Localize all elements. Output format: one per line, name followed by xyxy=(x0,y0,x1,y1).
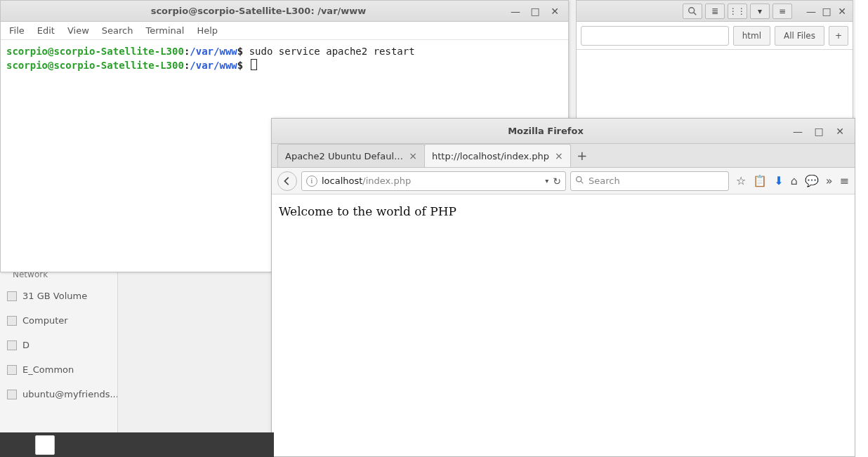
url-text: localhost/index.php xyxy=(322,175,541,186)
svg-line-3 xyxy=(581,181,583,183)
search-icon xyxy=(575,175,584,187)
window-maximize[interactable]: □ xyxy=(820,5,833,18)
arrow-left-icon xyxy=(282,176,292,186)
firefox-page-content: Welcome to the world of PHP xyxy=(272,194,855,228)
sidebar-item-label: 31 GB Volume xyxy=(22,291,87,301)
menu-file[interactable]: File xyxy=(9,25,25,36)
downloads-icon[interactable]: ⬇ xyxy=(774,174,783,187)
tab-label: http://localhost/index.php xyxy=(432,151,549,161)
sidebar-item-label: E_Common xyxy=(22,364,74,375)
menu-view[interactable]: View xyxy=(67,25,89,36)
svg-line-1 xyxy=(694,12,697,15)
firefox-navbar: i localhost/index.php ▾ ↻ Search ☆ 📋 ⬇ ⌂… xyxy=(272,168,855,194)
add-button[interactable]: + xyxy=(829,26,848,46)
window-close[interactable]: ✕ xyxy=(834,125,846,138)
bookmark-star-icon[interactable]: ☆ xyxy=(736,174,746,187)
firefox-toolbar-icons: ☆ 📋 ⬇ ⌂ 💬 » ≡ xyxy=(733,174,849,187)
new-tab-button[interactable]: + xyxy=(570,144,594,167)
prompt-path: /var/www xyxy=(190,46,237,57)
terminal-titlebar[interactable]: scorpio@scorpio-Satellite-L300: /var/www… xyxy=(1,1,568,22)
scroll-gutter xyxy=(855,0,868,457)
window-minimize[interactable]: — xyxy=(805,5,817,18)
prompt-path: /var/www xyxy=(190,60,237,71)
overflow-icon[interactable]: » xyxy=(826,174,833,187)
path-input[interactable] xyxy=(581,26,729,46)
url-bar[interactable]: i localhost/index.php ▾ ↻ xyxy=(301,171,566,191)
network-icon xyxy=(7,390,17,399)
sidebar-item-d[interactable]: D xyxy=(0,333,117,357)
firefox-titlebar[interactable]: Mozilla Firefox — □ ✕ xyxy=(272,119,855,144)
sidebar-item-volume[interactable]: 31 GB Volume xyxy=(0,284,117,308)
chevron-down-icon: ▾ xyxy=(758,6,762,16)
hamburger-icon[interactable]: ≡ xyxy=(840,174,849,187)
drive-icon xyxy=(7,365,17,375)
window-minimize[interactable]: — xyxy=(791,125,804,138)
prompt-user: scorpio@scorpio-Satellite-L300 xyxy=(6,60,184,71)
breadcrumb-html[interactable]: html xyxy=(733,26,770,46)
url-dropdown-icon[interactable]: ▾ xyxy=(545,177,548,185)
list-view-icon: ≣ xyxy=(711,6,718,16)
tab-close-icon[interactable]: × xyxy=(555,150,563,161)
home-icon[interactable]: ⌂ xyxy=(791,174,798,187)
file-manager-toolbar: html All Files + xyxy=(577,22,853,50)
sidebar-item-label: ubuntu@myfriends... xyxy=(22,389,117,399)
grid-view-button[interactable]: ⋮⋮ xyxy=(728,4,747,19)
hamburger-icon: ≡ xyxy=(779,6,786,16)
svg-point-2 xyxy=(577,176,581,181)
terminal-cursor xyxy=(251,59,257,70)
window-minimize[interactable]: — xyxy=(509,5,522,18)
search-placeholder: Search xyxy=(588,175,620,186)
sidebar-item-ecommon[interactable]: E_Common xyxy=(0,357,117,382)
plus-icon: + xyxy=(577,148,587,163)
sidebar-item-label: Computer xyxy=(22,315,68,326)
tab-apache-default[interactable]: Apache2 Ubuntu Default ... × xyxy=(277,144,425,167)
page-text: Welcome to the world of PHP xyxy=(279,204,456,218)
window-maximize[interactable]: □ xyxy=(813,125,825,138)
search-button[interactable] xyxy=(683,4,702,19)
svg-point-0 xyxy=(689,7,695,13)
terminal-menubar: File Edit View Search Terminal Help xyxy=(1,22,568,40)
sidebar-item-label: D xyxy=(22,340,29,350)
clipboard-icon[interactable]: 📋 xyxy=(753,174,767,187)
list-view-button[interactable]: ≣ xyxy=(705,4,725,19)
breadcrumb-allfiles[interactable]: All Files xyxy=(775,26,824,46)
window-close[interactable]: ✕ xyxy=(836,5,848,18)
menu-edit[interactable]: Edit xyxy=(37,25,55,36)
prompt-user: scorpio@scorpio-Satellite-L300 xyxy=(6,46,184,57)
drive-icon xyxy=(7,291,17,301)
search-bar[interactable]: Search xyxy=(570,171,729,191)
terminal-body[interactable]: scorpio@scorpio-Satellite-L300:/var/www$… xyxy=(1,40,568,77)
drive-icon xyxy=(7,340,17,350)
menu-terminal[interactable]: Terminal xyxy=(145,25,184,36)
search-icon xyxy=(688,6,697,16)
site-info-icon[interactable]: i xyxy=(306,175,317,187)
menu-search[interactable]: Search xyxy=(102,25,133,36)
terminal-title: scorpio@scorpio-Satellite-L300: /var/www xyxy=(8,6,509,16)
file-manager-titlebar[interactable]: ≣ ⋮⋮ ▾ ≡ — □ ✕ xyxy=(577,1,853,22)
tab-label: Apache2 Ubuntu Default ... xyxy=(285,151,403,161)
window-close[interactable]: ✕ xyxy=(548,5,561,18)
grid-view-icon: ⋮⋮ xyxy=(729,6,746,16)
firefox-title: Mozilla Firefox xyxy=(300,126,791,136)
computer-icon xyxy=(7,316,17,326)
menu-button[interactable]: ≡ xyxy=(772,4,792,19)
firefox-window: Mozilla Firefox — □ ✕ Apache2 Ubuntu Def… xyxy=(271,118,855,457)
firefox-tabsbar: Apache2 Ubuntu Default ... × http://loca… xyxy=(272,144,855,168)
dropdown-button[interactable]: ▾ xyxy=(750,4,770,19)
reload-button[interactable]: ↻ xyxy=(553,175,561,187)
terminal-command: sudo service apache2 restart xyxy=(249,46,415,57)
window-maximize[interactable]: □ xyxy=(529,5,541,18)
tab-localhost-index[interactable]: http://localhost/index.php × xyxy=(424,144,571,167)
sidebar-item-remote[interactable]: ubuntu@myfriends... xyxy=(0,382,117,406)
tab-close-icon[interactable]: × xyxy=(409,150,417,161)
menu-help[interactable]: Help xyxy=(197,25,218,36)
nav-back-button[interactable] xyxy=(277,171,297,191)
chat-icon[interactable]: 💬 xyxy=(805,174,819,187)
sidebar-item-computer[interactable]: Computer xyxy=(0,308,117,333)
desktop-file-icon[interactable] xyxy=(35,435,55,455)
